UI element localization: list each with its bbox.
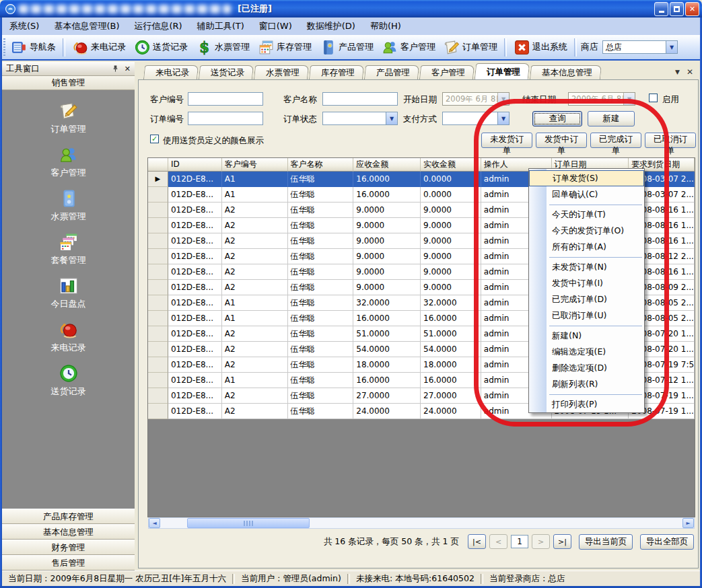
context-menu-item-发货中订单(I)[interactable]: 发货中订单(I) bbox=[529, 275, 644, 291]
grid-cell[interactable]: 16.0000 bbox=[353, 311, 421, 326]
menubar-item[interactable]: 帮助(H) bbox=[363, 18, 409, 34]
grid-cell[interactable]: A1 bbox=[222, 187, 288, 203]
grid-cell[interactable]: 伍华聪 bbox=[288, 388, 354, 404]
grid-cell[interactable]: A2 bbox=[222, 264, 288, 280]
grid-cell[interactable]: A2 bbox=[222, 233, 288, 249]
order-status-combobox[interactable]: ▼ bbox=[322, 112, 398, 125]
first-page-button[interactable]: |< bbox=[468, 534, 486, 549]
tab-客户管理[interactable]: 客户管理 bbox=[419, 65, 475, 79]
grid-cell[interactable]: 9.0000 bbox=[421, 264, 481, 280]
status-filter-button-发货中订单[interactable]: 发货中订单 bbox=[536, 133, 587, 148]
grid-cell[interactable]: 012D-E8... bbox=[168, 326, 222, 342]
status-filter-button-未发货订单[interactable]: 未发货订单 bbox=[481, 133, 532, 148]
chevron-down-icon[interactable]: ▼ bbox=[666, 41, 677, 53]
last-page-button[interactable]: >| bbox=[553, 534, 571, 549]
grid-cell[interactable]: 0.0000 bbox=[421, 172, 481, 187]
grid-cell[interactable]: 18.0000 bbox=[353, 357, 421, 373]
row-header-cell[interactable] bbox=[148, 373, 168, 388]
grid-cell[interactable]: A2 bbox=[222, 342, 288, 357]
grid-cell[interactable]: 012D-E8... bbox=[168, 404, 222, 419]
grid-cell[interactable]: A2 bbox=[222, 326, 288, 342]
grid-cell[interactable]: A2 bbox=[222, 404, 288, 419]
column-header-客户编号[interactable]: 客户编号 bbox=[222, 158, 288, 172]
grid-cell[interactable]: 伍华聪 bbox=[288, 373, 354, 388]
column-header-ID[interactable]: ID bbox=[168, 158, 222, 172]
grid-cell[interactable]: 9.0000 bbox=[421, 233, 481, 249]
export-current-page-button[interactable]: 导出当前页 bbox=[579, 534, 633, 550]
grid-cell[interactable]: A1 bbox=[222, 311, 288, 326]
grid-cell[interactable]: 32.0000 bbox=[421, 295, 481, 311]
enable-checkbox[interactable] bbox=[649, 94, 658, 102]
grid-cell[interactable]: 27.0000 bbox=[353, 388, 421, 404]
grid-cell[interactable]: A2 bbox=[222, 388, 288, 404]
grid-cell[interactable]: A1 bbox=[222, 172, 288, 187]
minimize-button[interactable] bbox=[654, 2, 668, 16]
grid-cell[interactable]: 54.0000 bbox=[353, 342, 421, 357]
grid-cell[interactable]: 伍华聪 bbox=[288, 326, 354, 342]
row-header-cell[interactable] bbox=[148, 295, 168, 311]
sidebar-item-送货记录[interactable]: 送货记录 bbox=[2, 363, 135, 406]
grid-cell[interactable]: 012D-E8... bbox=[168, 187, 222, 203]
row-header-cell[interactable] bbox=[148, 357, 168, 373]
grid-cell[interactable]: 012D-E8... bbox=[168, 295, 222, 311]
context-menu-item-订单发货(S)[interactable]: 订单发货(S) bbox=[529, 170, 644, 186]
grid-cell[interactable]: 16.0000 bbox=[421, 373, 481, 388]
grid-cell[interactable]: 9.0000 bbox=[353, 280, 421, 295]
grid-cell[interactable]: 9.0000 bbox=[353, 218, 421, 233]
grid-cell[interactable]: 伍华聪 bbox=[288, 218, 354, 233]
tab-来电记录[interactable]: 来电记录 bbox=[143, 65, 199, 79]
sidebar-group-财务管理[interactable]: 财务管理 bbox=[2, 540, 135, 555]
sidebar-group-基本信息管理[interactable]: 基本信息管理 bbox=[2, 524, 135, 540]
row-header-cell[interactable] bbox=[148, 388, 168, 404]
row-header-cell[interactable] bbox=[148, 311, 168, 326]
sidebar-item-今日盘点[interactable]: 今日盘点 bbox=[2, 276, 135, 318]
row-header-cell[interactable] bbox=[148, 218, 168, 233]
new-button[interactable]: 新建 bbox=[588, 111, 635, 126]
next-page-button[interactable]: > bbox=[532, 534, 550, 549]
context-menu-item-所有的订单(A)[interactable]: 所有的订单(A) bbox=[529, 239, 644, 255]
sidebar-group-产品库存管理[interactable]: 产品库存管理 bbox=[2, 509, 135, 524]
grid-cell[interactable]: 27.0000 bbox=[421, 388, 481, 404]
chevron-down-icon[interactable]: ▼ bbox=[497, 112, 509, 124]
grid-cell[interactable]: 伍华聪 bbox=[288, 264, 354, 280]
grid-cell[interactable]: 54.0000 bbox=[421, 342, 481, 357]
grid-cell[interactable]: 9.0000 bbox=[353, 249, 421, 264]
row-header-cell[interactable] bbox=[148, 326, 168, 342]
grid-cell[interactable]: 伍华聪 bbox=[288, 342, 354, 357]
toolbar-button-inventory-calendar[interactable]: 库存管理 bbox=[254, 37, 316, 58]
grid-cell[interactable]: 012D-E8... bbox=[168, 311, 222, 326]
row-header-cell[interactable]: ▶ bbox=[148, 172, 168, 187]
tab-close-icon[interactable]: ✕ bbox=[687, 67, 693, 77]
customer-no-input[interactable] bbox=[188, 92, 263, 106]
toolbar-button-exit[interactable]: 退出系统 bbox=[510, 37, 571, 58]
grid-cell[interactable]: A2 bbox=[222, 203, 288, 218]
sidebar-group-售后管理[interactable]: 售后管理 bbox=[2, 555, 135, 571]
context-menu-item-今天的订单(T)[interactable]: 今天的订单(T) bbox=[529, 207, 644, 223]
grid-cell[interactable]: 伍华聪 bbox=[288, 249, 354, 264]
export-all-pages-button[interactable]: 导出全部页 bbox=[640, 534, 694, 550]
menubar-item[interactable]: 数据维护(D) bbox=[300, 18, 363, 34]
grid-cell[interactable]: A1 bbox=[222, 373, 288, 388]
chevron-down-icon[interactable]: ▼ bbox=[386, 112, 397, 124]
grid-cell[interactable]: 18.0000 bbox=[421, 357, 481, 373]
grid-cell[interactable]: 012D-E8... bbox=[168, 342, 222, 357]
grid-cell[interactable]: 伍华聪 bbox=[288, 187, 354, 203]
grid-cell[interactable]: 32.0000 bbox=[353, 295, 421, 311]
toolbar-button-customers[interactable]: 客户管理 bbox=[378, 37, 440, 58]
status-filter-button-已取消订单[interactable]: 已取消订单 bbox=[645, 133, 696, 148]
close-button[interactable]: ✕ bbox=[685, 2, 699, 16]
grid-cell[interactable]: 9.0000 bbox=[353, 233, 421, 249]
sidebar-item-来电记录[interactable]: 来电记录 bbox=[2, 320, 135, 362]
grid-cell[interactable]: 012D-E8... bbox=[168, 373, 222, 388]
tab-库存管理[interactable]: 库存管理 bbox=[309, 65, 364, 79]
grid-cell[interactable]: 伍华聪 bbox=[288, 295, 354, 311]
toolbar-grip[interactable] bbox=[3, 38, 5, 56]
query-button[interactable]: 查询 bbox=[532, 111, 582, 126]
grid-cell[interactable]: A2 bbox=[222, 280, 288, 295]
tab-水票管理[interactable]: 水票管理 bbox=[254, 65, 309, 79]
status-filter-button-已完成订单[interactable]: 已完成订单 bbox=[590, 133, 641, 148]
grid-cell[interactable]: 24.0000 bbox=[353, 404, 421, 419]
shop-combobox[interactable]: 总店 ▼ bbox=[602, 40, 678, 54]
sidebar-item-订单管理[interactable]: 订单管理 bbox=[2, 101, 135, 143]
context-menu-item-删除选定项(D)[interactable]: 删除选定项(D) bbox=[529, 360, 644, 376]
